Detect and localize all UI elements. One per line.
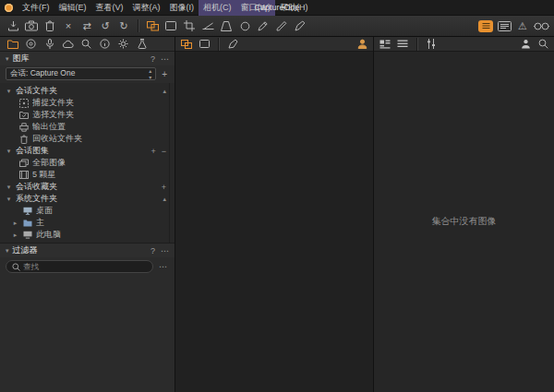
menu-item-view[interactable]: 查看(V)	[91, 0, 128, 16]
section-label: 会话收藏夹	[16, 181, 57, 193]
magnifier-tab-icon[interactable]	[80, 38, 92, 50]
single-view-icon[interactable]	[163, 18, 179, 34]
tree-item-desktop[interactable]: 桌面	[0, 205, 175, 217]
zoom-icon[interactable]	[536, 38, 550, 51]
trash-icon[interactable]	[42, 18, 58, 34]
tree-item-this-pc[interactable]: ▸ 此电脑	[0, 229, 175, 241]
tree-item-output-location[interactable]: 输出位置	[0, 121, 175, 133]
annotation-icon[interactable]	[225, 38, 240, 51]
section-label: 会话图集	[16, 145, 49, 157]
toolbar-divider	[218, 38, 219, 51]
browser-toolbar	[374, 37, 554, 52]
add-album-button[interactable]: +	[151, 147, 155, 156]
tree-item-five-stars[interactable]: 5 颗星	[0, 169, 175, 181]
toolbar-divider	[416, 38, 417, 51]
collapse-up-icon[interactable]: ▴	[163, 88, 166, 95]
menu-item-edit[interactable]: 编辑(E)	[54, 0, 91, 16]
grid-view-icon[interactable]	[179, 38, 194, 51]
filters-help-button[interactable]: ?	[151, 246, 155, 255]
folder-check-icon	[18, 111, 29, 120]
gear-tab-icon[interactable]	[117, 38, 129, 50]
thumb-view-icon[interactable]	[378, 38, 392, 51]
annotate-icon[interactable]	[292, 18, 308, 34]
mic-tab-icon[interactable]	[43, 38, 55, 50]
collapse-up-icon[interactable]: ▴	[163, 196, 166, 203]
library-panel-title: 图库	[13, 53, 30, 65]
mask-icon[interactable]	[273, 18, 290, 34]
library-help-button[interactable]: ?	[151, 54, 155, 64]
library-panel-header[interactable]: ▾ 图库 ? ⋯	[0, 52, 175, 65]
rotate-right-icon[interactable]: ↻	[115, 18, 132, 34]
tree-section-system-folders[interactable]: ▾ 系统文件夹 ▴	[0, 193, 175, 205]
main-toolbar: × ⇄ ↺ ↻	[0, 16, 554, 37]
tree-item-home[interactable]: ▸ 主	[0, 217, 175, 229]
chevron-down-icon: ▾	[6, 247, 9, 255]
filters-panel-title: 过滤器	[13, 244, 38, 256]
tree-item-trash-folder[interactable]: 回收站文件夹	[0, 133, 175, 145]
tree-section-session-favorites[interactable]: ▾ 会话收藏夹 +	[0, 181, 175, 193]
window-title: CaptureOne	[254, 3, 299, 12]
add-favorite-button[interactable]: +	[162, 183, 166, 192]
import-icon[interactable]	[5, 18, 21, 34]
menu-item-adjust[interactable]: 调整(A)	[128, 0, 165, 16]
left-sidebar: ▾ 图库 ? ⋯ 会话: Capture One ▴▾ + ▾	[0, 37, 175, 392]
tree-item-label: 回收站文件夹	[32, 133, 82, 145]
section-label: 会话文件夹	[16, 85, 57, 97]
sort-sliders-icon[interactable]	[424, 38, 439, 51]
flask-tab-icon[interactable]	[136, 38, 148, 50]
spot-icon[interactable]	[236, 18, 253, 34]
proof-glasses-icon[interactable]	[533, 18, 549, 34]
camera-icon[interactable]	[23, 18, 40, 34]
chevron-down-icon: ▾	[6, 184, 12, 191]
straighten-icon[interactable]	[199, 18, 216, 34]
browser-empty-area: 集合中没有图像	[374, 52, 554, 392]
tree-scroll-gutter	[169, 83, 170, 243]
menu-item-image[interactable]: 图像(I)	[165, 0, 199, 16]
tree-section-session-folders[interactable]: ▾ 会话文件夹 ▴	[0, 85, 175, 97]
menu-item-camera[interactable]: 相机(C)	[199, 0, 236, 16]
browser-panel: 集合中没有图像	[374, 37, 554, 392]
tree-item-selects-folder[interactable]: 选择文件夹	[0, 109, 175, 121]
filters-panel-header[interactable]: ▾ 过滤器 ? ⋯	[0, 244, 175, 257]
compare-view-icon[interactable]	[197, 38, 211, 51]
delete-icon[interactable]: ×	[60, 18, 77, 34]
expand-right-icon[interactable]: ▸	[12, 232, 18, 239]
tree-item-label: 5 颗星	[32, 169, 56, 181]
tree-item-all-images[interactable]: 全部图像	[0, 157, 175, 169]
menu-item-file[interactable]: 文件(F)	[18, 0, 54, 16]
sync-icon[interactable]: ⇄	[78, 18, 95, 34]
tree-section-session-albums[interactable]: ▾ 会话图集 + −	[0, 145, 175, 157]
rotate-left-icon[interactable]: ↺	[97, 18, 114, 34]
multi-view-icon[interactable]	[144, 18, 161, 34]
folder-tab-icon[interactable]	[6, 38, 18, 50]
search-input[interactable]	[23, 262, 147, 271]
user-icon[interactable]	[518, 38, 533, 51]
list-view-icon[interactable]	[395, 38, 410, 51]
aperture-tab-icon[interactable]	[25, 38, 37, 50]
computer-icon	[22, 231, 32, 240]
output-printer-icon	[18, 123, 29, 132]
library-more-button[interactable]: ⋯	[161, 54, 169, 64]
adjustments-clipboard-icon[interactable]	[477, 18, 494, 34]
user-icon[interactable]	[355, 38, 369, 51]
eyedropper-icon[interactable]	[255, 18, 271, 34]
chevron-down-icon: ▾	[6, 88, 12, 95]
styles-icon[interactable]	[496, 18, 512, 34]
keystone-icon[interactable]	[218, 18, 235, 34]
tree-item-capture-folder[interactable]: 捕捉文件夹	[0, 97, 175, 109]
search-more-button[interactable]: ⋯	[157, 262, 169, 271]
menu-bar: 文件(F) 编辑(E) 查看(V) 调整(A) 图像(I) 相机(C) 窗口(W…	[0, 0, 554, 16]
expand-right-icon[interactable]: ▸	[12, 220, 18, 227]
cloud-tab-icon[interactable]	[62, 38, 74, 50]
add-session-button[interactable]: +	[160, 69, 169, 79]
warning-icon[interactable]: ⚠	[514, 18, 531, 34]
app-logo-icon[interactable]	[5, 4, 13, 12]
chevron-down-icon: ▾	[6, 148, 12, 155]
remove-album-button[interactable]: −	[162, 147, 166, 156]
search-row: ⋯	[0, 257, 175, 276]
session-dropdown[interactable]: 会话: Capture One ▴▾	[6, 67, 156, 80]
filters-more-button[interactable]: ⋯	[161, 246, 169, 255]
info-tab-icon[interactable]	[99, 38, 111, 50]
crop-icon[interactable]	[181, 18, 198, 34]
chevron-updown-icon: ▴▾	[149, 67, 151, 80]
